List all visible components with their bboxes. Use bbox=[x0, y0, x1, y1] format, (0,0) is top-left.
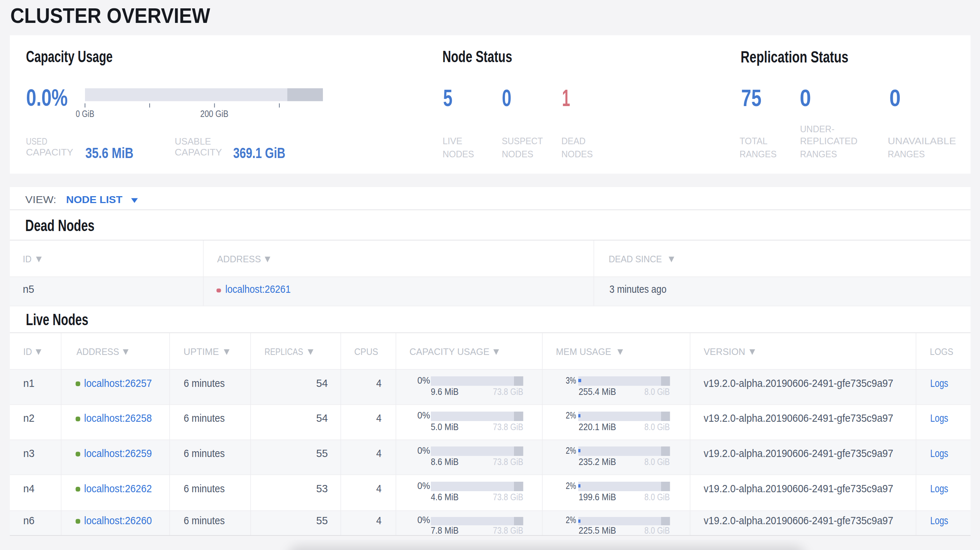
svg-text:9.6 MiB: 9.6 MiB bbox=[431, 386, 459, 397]
svg-text:4: 4 bbox=[376, 514, 382, 526]
svg-text:75: 75 bbox=[741, 85, 762, 111]
svg-text:2%: 2% bbox=[566, 410, 576, 421]
svg-text:4: 4 bbox=[376, 447, 382, 459]
svg-text:Live Nodes: Live Nodes bbox=[26, 311, 88, 328]
svg-text:n6: n6 bbox=[23, 514, 35, 526]
svg-text:73.8 GiB: 73.8 GiB bbox=[493, 456, 523, 467]
svg-text:Logs: Logs bbox=[930, 482, 948, 494]
svg-text:55: 55 bbox=[317, 514, 328, 526]
svg-text:2%: 2% bbox=[566, 445, 576, 456]
svg-text:4: 4 bbox=[376, 482, 382, 494]
svg-text:NODE LIST: NODE LIST bbox=[66, 194, 123, 205]
svg-text:220.1 MiB: 220.1 MiB bbox=[579, 421, 616, 432]
svg-text:255.4 MiB: 255.4 MiB bbox=[579, 386, 616, 397]
svg-text:n1: n1 bbox=[23, 377, 35, 389]
svg-text:DEAD: DEAD bbox=[561, 135, 585, 146]
svg-text:n2: n2 bbox=[23, 412, 35, 424]
svg-text:REPLICATED: REPLICATED bbox=[800, 135, 857, 146]
svg-text:7.8 MiB: 7.8 MiB bbox=[431, 525, 459, 536]
svg-text:USED: USED bbox=[26, 136, 48, 147]
svg-text:8.0 GiB: 8.0 GiB bbox=[644, 525, 670, 536]
svg-text:USABLE: USABLE bbox=[175, 136, 211, 147]
svg-text:35.6 MiB: 35.6 MiB bbox=[85, 145, 133, 161]
svg-text:NODES: NODES bbox=[561, 149, 593, 159]
svg-text:0: 0 bbox=[800, 85, 811, 111]
svg-text:53: 53 bbox=[317, 482, 328, 494]
svg-text:REPLICAS: REPLICAS bbox=[264, 346, 303, 357]
svg-text:CLUSTER OVERVIEW: CLUSTER OVERVIEW bbox=[11, 4, 210, 27]
svg-text:73.8 GiB: 73.8 GiB bbox=[493, 386, 523, 397]
svg-text:0%: 0% bbox=[417, 480, 430, 491]
svg-text:RANGES: RANGES bbox=[740, 149, 776, 159]
svg-text:3 minutes ago: 3 minutes ago bbox=[609, 283, 667, 295]
svg-text:6 minutes: 6 minutes bbox=[184, 514, 225, 526]
svg-text:localhost:26259: localhost:26259 bbox=[84, 447, 152, 459]
svg-text:Logs: Logs bbox=[930, 412, 948, 424]
svg-text:5: 5 bbox=[443, 85, 453, 111]
svg-text:localhost:26257: localhost:26257 bbox=[84, 377, 152, 389]
svg-text:2%: 2% bbox=[566, 480, 576, 491]
svg-text:Node Status: Node Status bbox=[442, 48, 512, 65]
svg-text:235.2 MiB: 235.2 MiB bbox=[579, 456, 616, 467]
svg-text:8.0 GiB: 8.0 GiB bbox=[644, 386, 670, 397]
svg-text:NODES: NODES bbox=[502, 149, 534, 159]
svg-text:73.8 GiB: 73.8 GiB bbox=[493, 525, 523, 536]
svg-text:v19.2.0-alpha.20190606-2491-gf: v19.2.0-alpha.20190606-2491-gfe735c9a97 bbox=[703, 482, 893, 494]
svg-text:SUSPECT: SUSPECT bbox=[502, 135, 543, 146]
svg-text:0%: 0% bbox=[417, 410, 430, 421]
svg-text:CAPACITY: CAPACITY bbox=[26, 147, 73, 158]
svg-text:54: 54 bbox=[317, 412, 328, 424]
svg-text:Logs: Logs bbox=[930, 377, 948, 389]
svg-text:UNAVAILABLE: UNAVAILABLE bbox=[888, 135, 956, 146]
svg-text:localhost:26262: localhost:26262 bbox=[84, 482, 152, 494]
svg-text:ADDRESS: ADDRESS bbox=[76, 346, 119, 357]
svg-text:0%: 0% bbox=[417, 445, 430, 456]
svg-text:ADDRESS: ADDRESS bbox=[217, 254, 261, 264]
svg-text:RANGES: RANGES bbox=[800, 149, 837, 159]
svg-text:6 minutes: 6 minutes bbox=[184, 447, 225, 459]
svg-text:8.0 GiB: 8.0 GiB bbox=[644, 456, 670, 467]
svg-text:v19.2.0-alpha.20190606-2491-gf: v19.2.0-alpha.20190606-2491-gfe735c9a97 bbox=[703, 377, 893, 389]
svg-text:VIEW:: VIEW: bbox=[25, 194, 56, 205]
svg-text:200 GiB: 200 GiB bbox=[200, 108, 229, 119]
svg-text:ID: ID bbox=[23, 254, 32, 264]
svg-text:UNDER-: UNDER- bbox=[800, 124, 834, 134]
svg-text:6 minutes: 6 minutes bbox=[184, 412, 225, 424]
svg-text:73.8 GiB: 73.8 GiB bbox=[493, 491, 523, 502]
svg-text:73.8 GiB: 73.8 GiB bbox=[493, 421, 523, 432]
svg-text:MEM USAGE: MEM USAGE bbox=[556, 346, 611, 357]
svg-text:v19.2.0-alpha.20190606-2491-gf: v19.2.0-alpha.20190606-2491-gfe735c9a97 bbox=[703, 514, 893, 526]
svg-text:54: 54 bbox=[317, 377, 328, 389]
svg-text:0: 0 bbox=[502, 85, 511, 111]
svg-text:localhost:26260: localhost:26260 bbox=[84, 514, 152, 526]
svg-text:55: 55 bbox=[317, 447, 328, 459]
svg-text:LOGS: LOGS bbox=[930, 346, 953, 357]
svg-text:369.1 GiB: 369.1 GiB bbox=[233, 145, 285, 161]
svg-text:v19.2.0-alpha.20190606-2491-gf: v19.2.0-alpha.20190606-2491-gfe735c9a97 bbox=[703, 412, 893, 424]
svg-text:3%: 3% bbox=[566, 375, 576, 386]
svg-text:4: 4 bbox=[376, 377, 382, 389]
svg-text:4.6 MiB: 4.6 MiB bbox=[431, 491, 459, 502]
svg-text:Dead Nodes: Dead Nodes bbox=[25, 216, 95, 234]
svg-text:n3: n3 bbox=[23, 447, 35, 459]
svg-text:CPUS: CPUS bbox=[354, 346, 378, 357]
svg-text:CAPACITY USAGE: CAPACITY USAGE bbox=[409, 346, 489, 357]
svg-text:n4: n4 bbox=[23, 482, 35, 494]
svg-text:6 minutes: 6 minutes bbox=[184, 377, 225, 389]
svg-text:0%: 0% bbox=[417, 514, 430, 525]
svg-text:8.0 GiB: 8.0 GiB bbox=[644, 421, 670, 432]
svg-text:1: 1 bbox=[562, 85, 570, 111]
svg-text:0 GiB: 0 GiB bbox=[76, 108, 94, 119]
svg-text:DEAD SINCE: DEAD SINCE bbox=[609, 254, 662, 264]
svg-text:UPTIME: UPTIME bbox=[183, 346, 219, 357]
svg-text:VERSION: VERSION bbox=[703, 346, 745, 357]
svg-text:0.0%: 0.0% bbox=[26, 85, 68, 111]
svg-text:8.6 MiB: 8.6 MiB bbox=[431, 456, 459, 467]
svg-text:5.0 MiB: 5.0 MiB bbox=[431, 421, 459, 432]
svg-text:Logs: Logs bbox=[930, 514, 948, 526]
svg-text:199.6 MiB: 199.6 MiB bbox=[579, 491, 616, 502]
svg-text:n5: n5 bbox=[23, 283, 35, 295]
svg-text:ID: ID bbox=[23, 346, 32, 357]
svg-text:localhost:26261: localhost:26261 bbox=[225, 283, 291, 295]
svg-text:Replication Status: Replication Status bbox=[741, 48, 848, 66]
